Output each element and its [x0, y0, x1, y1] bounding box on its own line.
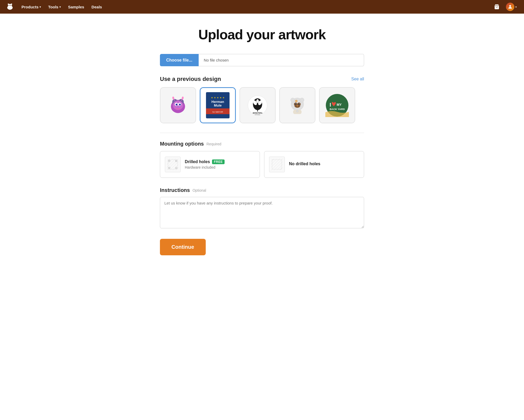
optional-badge: Optional [192, 188, 206, 192]
svg-line-63 [271, 159, 283, 170]
designs-row: ★★★★★ HermanMule for MAYOR [160, 87, 364, 123]
required-badge: Required [207, 142, 221, 146]
svg-line-56 [170, 162, 179, 170]
nav-logo[interactable] [5, 2, 15, 12]
instructions-label: Instructions Optional [160, 187, 364, 193]
user-avatar-button[interactable]: ▾ [504, 2, 519, 12]
svg-point-42 [296, 110, 298, 112]
no-drilled-holes-icon [269, 157, 285, 172]
design-thumbnail-5: I MY BACK YARD [320, 88, 355, 123]
instructions-textarea[interactable] [160, 197, 364, 228]
svg-line-64 [274, 162, 283, 170]
cart-icon [494, 4, 500, 10]
free-badge: FREE [212, 159, 225, 164]
svg-line-53 [167, 159, 173, 164]
svg-point-14 [176, 104, 177, 106]
svg-point-15 [179, 104, 181, 106]
no-drilled-option-name: No drilled holes [289, 162, 320, 166]
svg-point-40 [296, 105, 298, 107]
drilled-holes-icon [165, 157, 181, 172]
main-content: Upload your artwork Choose file... No fi… [155, 14, 369, 271]
drilled-option-name: Drilled holes FREE [185, 159, 225, 164]
design-item-1[interactable] [160, 87, 196, 123]
svg-text:MONSTERA: MONSTERA [253, 112, 263, 114]
mounting-option-drilled[interactable]: Drilled holes FREE Hardware included [160, 151, 260, 178]
see-all-link[interactable]: See all [351, 77, 364, 81]
svg-text:BACK YARD: BACK YARD [330, 108, 345, 110]
products-chevron-icon: ▾ [40, 5, 41, 8]
svg-text:APPAREL: APPAREL [255, 114, 260, 115]
tools-chevron-icon: ▾ [59, 5, 61, 8]
cart-button[interactable] [492, 3, 502, 11]
previous-designs-title: Use a previous design [160, 76, 221, 82]
mounting-options-section: Mounting options Required [160, 141, 364, 178]
nav-products[interactable]: Products ▾ [19, 3, 43, 11]
svg-line-60 [271, 159, 274, 162]
nav-tools[interactable]: Tools ▾ [46, 3, 63, 11]
svg-point-19 [182, 96, 184, 100]
svg-line-54 [167, 159, 176, 167]
continue-button[interactable]: Continue [160, 239, 206, 255]
svg-point-29 [291, 98, 295, 102]
mounting-options-row: Drilled holes FREE Hardware included [160, 151, 364, 178]
section-divider [160, 133, 364, 133]
svg-line-61 [271, 159, 277, 164]
svg-line-66 [280, 167, 283, 170]
svg-point-5 [10, 5, 11, 6]
page-title: Upload your artwork [160, 27, 364, 42]
design-thumbnail-4 [280, 88, 315, 123]
svg-point-11 [173, 101, 183, 110]
svg-point-7 [509, 5, 511, 7]
design-item-3[interactable]: MONSTERA APPAREL [239, 87, 276, 123]
instructions-section: Instructions Optional [160, 187, 364, 239]
svg-point-31 [295, 100, 298, 102]
mounting-option-no-drilled[interactable]: No drilled holes [264, 151, 364, 178]
file-name-display: No file chosen [199, 54, 364, 66]
avatar-chevron-icon: ▾ [515, 5, 517, 8]
section-header: Use a previous design See all [160, 76, 364, 82]
design-item-5[interactable]: I MY BACK YARD [319, 87, 355, 123]
previous-designs-section: Use a previous design See all [160, 76, 364, 123]
nav-deals[interactable]: Deals [89, 3, 105, 11]
choose-file-button[interactable]: Choose file... [160, 54, 199, 66]
nav-samples[interactable]: Samples [65, 3, 87, 11]
design-thumbnail-2: ★★★★★ HermanMule for MAYOR [200, 88, 235, 123]
navigation: Products ▾ Tools ▾ Samples Deals ▾ [0, 0, 524, 14]
svg-line-57 [173, 164, 179, 170]
svg-point-38 [299, 103, 299, 104]
design-item-2[interactable]: ★★★★★ HermanMule for MAYOR [200, 87, 236, 123]
design-thumbnail-1 [160, 88, 196, 123]
mounting-options-label: Mounting options Required [160, 141, 364, 147]
svg-point-24 [256, 99, 259, 103]
file-upload-row: Choose file... No file chosen [160, 54, 364, 66]
svg-point-37 [296, 103, 296, 104]
drilled-option-desc: Hardware included [185, 165, 225, 169]
svg-point-4 [9, 5, 9, 6]
svg-text:I: I [330, 102, 331, 108]
svg-line-62 [271, 159, 280, 167]
svg-point-18 [172, 96, 175, 100]
avatar [506, 3, 514, 11]
design-thumbnail-3: MONSTERA APPAREL [240, 88, 275, 123]
design-item-4[interactable] [279, 87, 315, 123]
svg-point-30 [300, 98, 304, 102]
svg-text:MY: MY [337, 103, 342, 107]
